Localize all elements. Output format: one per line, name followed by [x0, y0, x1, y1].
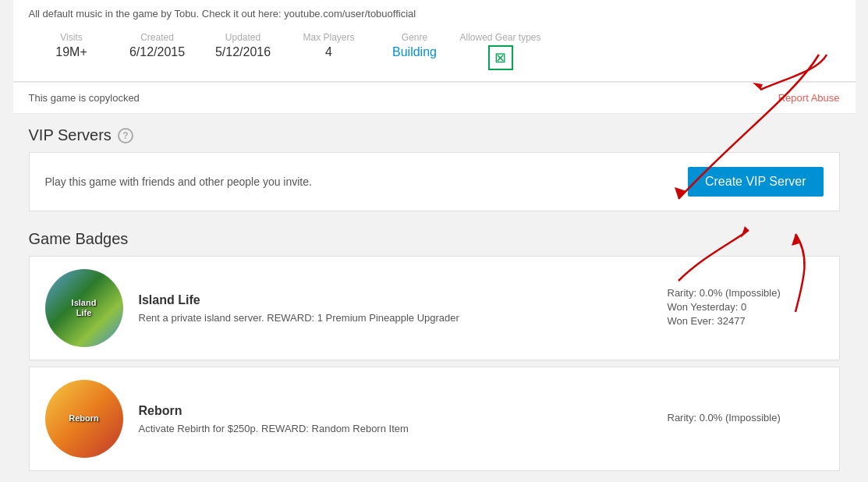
vip-help-icon[interactable]: ? [118, 128, 133, 144]
max-players-value: 4 [286, 45, 372, 59]
vip-card-text: Play this game with friends and other pe… [45, 175, 312, 188]
badge-won-ever-island-life: Won Ever: 32477 [668, 315, 824, 327]
badge-image-text-reborn: Reborn [69, 413, 99, 424]
gear-icon-display: ⊠ [458, 45, 544, 70]
badge-rarity-reborn: Rarity: 0.0% (Impossible) [668, 412, 824, 424]
visits-label: Visits [29, 32, 115, 43]
game-badges-title: Game Badges [29, 230, 840, 248]
badge-stats-reborn: Rarity: 0.0% (Impossible) [668, 412, 824, 426]
vip-section: VIP Servers ? Play this game with friend… [13, 114, 856, 221]
updated-value: 5/12/2016 [200, 45, 286, 59]
stats-row: Visits 19M+ Created 6/12/2015 Updated 5/… [29, 26, 840, 73]
stat-allowed-gear: Allowed Gear types ⊠ [458, 32, 544, 70]
badge-card-island-life: IslandLife Island Life Rent a private is… [29, 256, 840, 360]
description-text: All default music in the game by Tobu. C… [29, 8, 840, 19]
report-abuse-link[interactable]: Report Abuse [778, 92, 840, 104]
stat-visits: Visits 19M+ [29, 32, 115, 59]
updated-label: Updated [200, 32, 286, 43]
badge-desc-reborn: Activate Rebirth for $250p. REWARD: Rand… [139, 423, 652, 434]
vip-servers-title: VIP Servers [29, 126, 112, 144]
stat-updated: Updated 5/12/2016 [200, 32, 286, 59]
badge-image-reborn: Reborn [45, 380, 123, 458]
badge-card-reborn: Reborn Reborn Activate Rebirth for $250p… [29, 367, 840, 471]
badge-rarity-island-life: Rarity: 0.0% (Impossible) [668, 287, 824, 299]
genre-label: Genre [372, 32, 458, 43]
create-vip-server-button[interactable]: Create VIP Server [688, 167, 824, 197]
vip-header: VIP Servers ? [29, 126, 840, 144]
gear-icon: ⊠ [488, 45, 513, 70]
badge-info-island-life: Island Life Rent a private island server… [139, 293, 652, 324]
badge-name-island-life: Island Life [139, 293, 652, 307]
stat-max-players: Max Players 4 [286, 32, 372, 59]
copylocked-bar: This game is copylocked Report Abuse [13, 82, 856, 114]
page-container: All default music in the game by Tobu. C… [0, 0, 868, 482]
badge-image-island-life: IslandLife [45, 269, 123, 347]
max-players-label: Max Players [286, 32, 372, 43]
stat-created: Created 6/12/2015 [115, 32, 200, 59]
visits-value: 19M+ [29, 45, 115, 59]
vip-card: Play this game with friends and other pe… [29, 152, 840, 211]
badge-stats-island-life: Rarity: 0.0% (Impossible) Won Yesterday:… [668, 287, 824, 329]
badges-section: Game Badges IslandLife Island Life Rent … [13, 221, 856, 482]
created-value: 6/12/2015 [115, 45, 200, 59]
created-label: Created [115, 32, 200, 43]
info-bar: All default music in the game by Tobu. C… [13, 0, 856, 82]
badge-won-yesterday-island-life: Won Yesterday: 0 [668, 301, 824, 313]
badge-image-text-island-life: IslandLife [72, 298, 97, 318]
badge-desc-island-life: Rent a private island server. REWARD: 1 … [139, 312, 652, 324]
stat-genre: Genre Building [372, 32, 458, 59]
badge-info-reborn: Reborn Activate Rebirth for $250p. REWAR… [139, 404, 652, 434]
copylocked-text: This game is copylocked [29, 92, 140, 104]
genre-value[interactable]: Building [372, 45, 458, 59]
badge-name-reborn: Reborn [139, 404, 652, 418]
allowed-gear-label: Allowed Gear types [458, 32, 544, 43]
main-content: All default music in the game by Tobu. C… [13, 0, 856, 482]
